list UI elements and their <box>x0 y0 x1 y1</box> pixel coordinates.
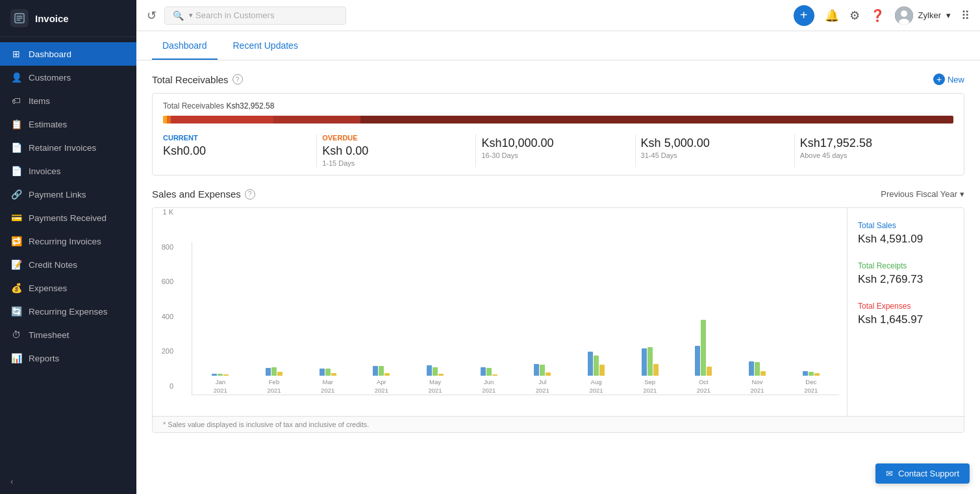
user-avatar <box>895 6 913 25</box>
search-icon: 🔍 <box>173 10 184 21</box>
main-area: ↺ 🔍 ▾ Search in Customers + 🔔 ⚙ ❓ Zylker… <box>136 0 980 494</box>
receivables-card: Total Receivables Ksh32,952.58 CURRENT K… <box>152 93 964 176</box>
notifications-icon[interactable]: 🔔 <box>825 8 839 23</box>
col-31-45: Ksh 5,000.00 31-45 Days <box>636 134 795 167</box>
sidebar-label-credit-notes: Credit Notes <box>29 260 77 270</box>
sidebar-item-expenses[interactable]: 💰Expenses <box>0 276 136 300</box>
sidebar-item-customers[interactable]: 👤Customers <box>0 66 136 89</box>
search-placeholder: Search in Customers <box>195 10 274 20</box>
month-label: Sep 2021 <box>643 378 657 395</box>
bar-expenses <box>653 364 659 376</box>
sidebar-item-dashboard[interactable]: ⊞Dashboard <box>0 42 136 66</box>
sidebar-item-recurring-invoices[interactable]: 🔁Recurring Invoices <box>0 229 136 253</box>
bars-row <box>463 367 514 376</box>
chart-month-group: Dec 2021 <box>785 371 836 395</box>
sidebar-item-items[interactable]: 🏷Items <box>0 89 136 112</box>
sidebar-item-estimates[interactable]: 📋Estimates <box>0 112 136 136</box>
col-above-45: Ksh17,952.58 Above 45 days <box>795 134 953 167</box>
receivables-help-icon[interactable]: ? <box>232 74 243 84</box>
payment-links-icon: 🔗 <box>10 188 22 200</box>
sales-help-icon[interactable]: ? <box>245 189 255 200</box>
bars-row <box>356 366 407 376</box>
bar-receipts <box>218 374 223 376</box>
bar-16-30-days <box>171 116 273 124</box>
col-above-45-amount: Ksh17,952.58 <box>800 136 948 150</box>
search-bar[interactable]: 🔍 ▾ Search in Customers <box>164 6 346 25</box>
search-filter-indicator: ▾ <box>189 11 193 20</box>
reports-icon: 📊 <box>10 352 22 364</box>
month-label: Dec 2021 <box>804 378 818 395</box>
bars-row <box>517 364 568 376</box>
user-menu[interactable]: Zylker ▾ <box>895 6 951 25</box>
sales-section-header: Sales and Expenses ? Previous Fiscal Yea… <box>152 188 964 200</box>
bar-sales <box>642 348 647 376</box>
tab-dashboard[interactable]: Dashboard <box>152 31 218 60</box>
sidebar-item-invoices[interactable]: 📄Invoices <box>0 159 136 183</box>
sidebar-label-expenses: Expenses <box>29 283 67 293</box>
sidebar-label-payment-links: Payment Links <box>29 190 86 200</box>
settings-icon[interactable]: ⚙ <box>849 8 860 23</box>
bar-sales <box>481 367 486 376</box>
receivables-progress-bar <box>163 116 953 124</box>
tab-recent-updates[interactable]: Recent Updates <box>223 31 308 60</box>
total-expenses-label: Total Expenses <box>858 302 953 311</box>
sidebar-item-timesheet[interactable]: ⏱Timesheet <box>0 323 136 346</box>
credit-notes-icon: 📝 <box>10 259 22 270</box>
month-label: Mar 2021 <box>321 378 334 395</box>
grid-apps-icon[interactable]: ⠿ <box>961 8 970 23</box>
total-receipts-label: Total Receipts <box>858 261 953 270</box>
period-selector[interactable]: Previous Fiscal Year ▾ <box>881 189 964 199</box>
sidebar-label-recurring-invoices: Recurring Invoices <box>29 237 101 246</box>
col-overdue-label: OVERDUE <box>322 134 470 142</box>
bar-sales <box>803 371 808 376</box>
sidebar-item-credit-notes[interactable]: 📝Credit Notes <box>0 253 136 276</box>
col-16-30-amount: Ksh10,000.00 <box>481 136 629 150</box>
month-label: Apr 2021 <box>375 378 388 395</box>
bars-row <box>195 374 246 376</box>
sidebar-label-dashboard: Dashboard <box>29 49 71 59</box>
refresh-icon[interactable]: ↺ <box>147 8 157 23</box>
sidebar-item-payments-received[interactable]: 💳Payments Received <box>0 206 136 229</box>
bar-sales <box>749 361 754 376</box>
sidebar-nav: ⊞Dashboard👤Customers🏷Items📋Estimates📄Ret… <box>0 37 136 469</box>
bar-receipts <box>647 347 653 376</box>
y-axis: 1 K 800 600 400 200 0 <box>153 208 179 390</box>
receivables-breakdown: CURRENT Ksh0.00 OVERDUE Ksh 0.00 1-15 Da… <box>163 134 953 167</box>
sidebar-collapse-button[interactable]: ‹ <box>0 469 136 494</box>
contact-support-icon: ✉ <box>886 469 893 478</box>
total-receipts-value: Ksh 2,769.73 <box>858 273 953 286</box>
bar-receipts <box>594 356 599 376</box>
receivables-new-button[interactable]: + New <box>933 73 964 85</box>
bar-sales <box>212 374 217 376</box>
sales-chart-card: 1 K 800 600 400 200 0 Jan 2021Feb 2021Ma… <box>152 207 964 433</box>
col-above-45-days: Above 45 days <box>800 151 948 159</box>
sidebar-item-reports[interactable]: 📊Reports <box>0 346 136 370</box>
sidebar-label-recurring-expenses: Recurring Expenses <box>29 307 108 317</box>
receivables-bar-label: Total Receivables Ksh32,952.58 <box>163 101 953 110</box>
sidebar-item-retainer-invoices[interactable]: 📄Retainer Invoices <box>0 136 136 159</box>
help-icon[interactable]: ❓ <box>870 8 885 23</box>
bar-expenses <box>760 371 766 376</box>
sales-body: 1 K 800 600 400 200 0 Jan 2021Feb 2021Ma… <box>153 208 964 416</box>
user-name: Zylker <box>918 10 941 20</box>
sidebar-label-timesheet: Timesheet <box>29 330 69 340</box>
month-label: May 2021 <box>428 378 442 395</box>
bars-row <box>302 369 353 376</box>
bar-expenses <box>492 374 497 376</box>
receivables-section-header: Total Receivables ? + New <box>152 73 964 85</box>
sidebar-item-recurring-expenses[interactable]: 🔄Recurring Expenses <box>0 300 136 323</box>
app-logo: Invoice <box>0 0 136 37</box>
bar-expenses <box>814 373 820 376</box>
contact-support-button[interactable]: ✉ Contact Support <box>875 463 970 484</box>
sales-title: Sales and Expenses ? <box>152 188 255 200</box>
col-overdue-amount: Ksh 0.00 <box>322 144 470 158</box>
bar-sales <box>266 368 271 376</box>
new-button[interactable]: + <box>794 5 814 26</box>
sidebar-item-payment-links[interactable]: 🔗Payment Links <box>0 183 136 206</box>
bars-row <box>785 371 836 376</box>
invoices-icon: 📄 <box>10 165 22 177</box>
bars-row <box>678 320 729 376</box>
chart-area: 1 K 800 600 400 200 0 Jan 2021Feb 2021Ma… <box>153 208 847 416</box>
bar-receipts <box>486 368 492 376</box>
total-sales-label: Total Sales <box>858 221 953 230</box>
